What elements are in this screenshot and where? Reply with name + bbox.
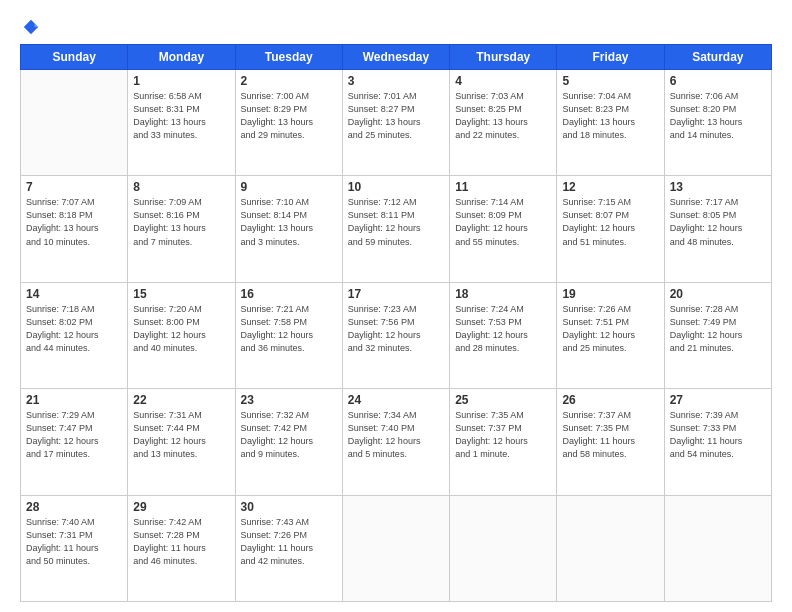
day-number: 21 [26,393,122,407]
day-number: 8 [133,180,229,194]
day-number: 18 [455,287,551,301]
calendar-cell: 13Sunrise: 7:17 AM Sunset: 8:05 PM Dayli… [664,176,771,282]
day-info: Sunrise: 7:34 AM Sunset: 7:40 PM Dayligh… [348,409,444,461]
day-info: Sunrise: 6:58 AM Sunset: 8:31 PM Dayligh… [133,90,229,142]
day-number: 9 [241,180,337,194]
calendar-cell: 14Sunrise: 7:18 AM Sunset: 8:02 PM Dayli… [21,282,128,388]
calendar-cell [342,495,449,601]
day-number: 5 [562,74,658,88]
day-number: 1 [133,74,229,88]
day-header-monday: Monday [128,45,235,70]
calendar-cell: 6Sunrise: 7:06 AM Sunset: 8:20 PM Daylig… [664,70,771,176]
week-row-3: 14Sunrise: 7:18 AM Sunset: 8:02 PM Dayli… [21,282,772,388]
day-info: Sunrise: 7:04 AM Sunset: 8:23 PM Dayligh… [562,90,658,142]
day-number: 13 [670,180,766,194]
day-number: 15 [133,287,229,301]
calendar-cell [21,70,128,176]
day-info: Sunrise: 7:12 AM Sunset: 8:11 PM Dayligh… [348,196,444,248]
day-number: 27 [670,393,766,407]
day-info: Sunrise: 7:42 AM Sunset: 7:28 PM Dayligh… [133,516,229,568]
calendar-cell: 29Sunrise: 7:42 AM Sunset: 7:28 PM Dayli… [128,495,235,601]
calendar-cell: 15Sunrise: 7:20 AM Sunset: 8:00 PM Dayli… [128,282,235,388]
day-info: Sunrise: 7:09 AM Sunset: 8:16 PM Dayligh… [133,196,229,248]
calendar-cell: 12Sunrise: 7:15 AM Sunset: 8:07 PM Dayli… [557,176,664,282]
day-number: 10 [348,180,444,194]
day-info: Sunrise: 7:40 AM Sunset: 7:31 PM Dayligh… [26,516,122,568]
calendar-cell: 5Sunrise: 7:04 AM Sunset: 8:23 PM Daylig… [557,70,664,176]
calendar-cell: 7Sunrise: 7:07 AM Sunset: 8:18 PM Daylig… [21,176,128,282]
day-info: Sunrise: 7:01 AM Sunset: 8:27 PM Dayligh… [348,90,444,142]
day-header-saturday: Saturday [664,45,771,70]
day-info: Sunrise: 7:35 AM Sunset: 7:37 PM Dayligh… [455,409,551,461]
day-header-tuesday: Tuesday [235,45,342,70]
day-number: 11 [455,180,551,194]
calendar-cell: 8Sunrise: 7:09 AM Sunset: 8:16 PM Daylig… [128,176,235,282]
week-row-1: 1Sunrise: 6:58 AM Sunset: 8:31 PM Daylig… [21,70,772,176]
day-info: Sunrise: 7:43 AM Sunset: 7:26 PM Dayligh… [241,516,337,568]
day-info: Sunrise: 7:39 AM Sunset: 7:33 PM Dayligh… [670,409,766,461]
logo [20,18,40,36]
day-number: 12 [562,180,658,194]
day-info: Sunrise: 7:06 AM Sunset: 8:20 PM Dayligh… [670,90,766,142]
page: SundayMondayTuesdayWednesdayThursdayFrid… [0,0,792,612]
day-number: 30 [241,500,337,514]
day-number: 2 [241,74,337,88]
calendar: SundayMondayTuesdayWednesdayThursdayFrid… [20,44,772,602]
day-info: Sunrise: 7:29 AM Sunset: 7:47 PM Dayligh… [26,409,122,461]
calendar-cell: 11Sunrise: 7:14 AM Sunset: 8:09 PM Dayli… [450,176,557,282]
day-number: 24 [348,393,444,407]
header-row: SundayMondayTuesdayWednesdayThursdayFrid… [21,45,772,70]
day-number: 17 [348,287,444,301]
day-number: 20 [670,287,766,301]
day-number: 7 [26,180,122,194]
day-info: Sunrise: 7:37 AM Sunset: 7:35 PM Dayligh… [562,409,658,461]
day-info: Sunrise: 7:20 AM Sunset: 8:00 PM Dayligh… [133,303,229,355]
calendar-cell: 28Sunrise: 7:40 AM Sunset: 7:31 PM Dayli… [21,495,128,601]
calendar-cell: 1Sunrise: 6:58 AM Sunset: 8:31 PM Daylig… [128,70,235,176]
calendar-cell: 20Sunrise: 7:28 AM Sunset: 7:49 PM Dayli… [664,282,771,388]
calendar-cell: 27Sunrise: 7:39 AM Sunset: 7:33 PM Dayli… [664,389,771,495]
calendar-cell: 30Sunrise: 7:43 AM Sunset: 7:26 PM Dayli… [235,495,342,601]
day-number: 29 [133,500,229,514]
day-number: 14 [26,287,122,301]
calendar-cell: 26Sunrise: 7:37 AM Sunset: 7:35 PM Dayli… [557,389,664,495]
day-header-sunday: Sunday [21,45,128,70]
calendar-cell: 17Sunrise: 7:23 AM Sunset: 7:56 PM Dayli… [342,282,449,388]
day-info: Sunrise: 7:00 AM Sunset: 8:29 PM Dayligh… [241,90,337,142]
week-row-5: 28Sunrise: 7:40 AM Sunset: 7:31 PM Dayli… [21,495,772,601]
day-number: 26 [562,393,658,407]
calendar-cell: 25Sunrise: 7:35 AM Sunset: 7:37 PM Dayli… [450,389,557,495]
day-info: Sunrise: 7:03 AM Sunset: 8:25 PM Dayligh… [455,90,551,142]
day-number: 23 [241,393,337,407]
calendar-cell: 10Sunrise: 7:12 AM Sunset: 8:11 PM Dayli… [342,176,449,282]
week-row-2: 7Sunrise: 7:07 AM Sunset: 8:18 PM Daylig… [21,176,772,282]
calendar-cell [557,495,664,601]
day-number: 4 [455,74,551,88]
day-info: Sunrise: 7:18 AM Sunset: 8:02 PM Dayligh… [26,303,122,355]
header [20,18,772,36]
day-info: Sunrise: 7:14 AM Sunset: 8:09 PM Dayligh… [455,196,551,248]
calendar-cell: 4Sunrise: 7:03 AM Sunset: 8:25 PM Daylig… [450,70,557,176]
calendar-cell [664,495,771,601]
calendar-cell: 16Sunrise: 7:21 AM Sunset: 7:58 PM Dayli… [235,282,342,388]
day-number: 28 [26,500,122,514]
day-info: Sunrise: 7:21 AM Sunset: 7:58 PM Dayligh… [241,303,337,355]
day-number: 22 [133,393,229,407]
day-number: 25 [455,393,551,407]
calendar-cell: 24Sunrise: 7:34 AM Sunset: 7:40 PM Dayli… [342,389,449,495]
day-info: Sunrise: 7:32 AM Sunset: 7:42 PM Dayligh… [241,409,337,461]
day-header-wednesday: Wednesday [342,45,449,70]
calendar-cell: 9Sunrise: 7:10 AM Sunset: 8:14 PM Daylig… [235,176,342,282]
calendar-cell: 18Sunrise: 7:24 AM Sunset: 7:53 PM Dayli… [450,282,557,388]
day-info: Sunrise: 7:10 AM Sunset: 8:14 PM Dayligh… [241,196,337,248]
day-info: Sunrise: 7:26 AM Sunset: 7:51 PM Dayligh… [562,303,658,355]
calendar-cell: 2Sunrise: 7:00 AM Sunset: 8:29 PM Daylig… [235,70,342,176]
day-info: Sunrise: 7:07 AM Sunset: 8:18 PM Dayligh… [26,196,122,248]
day-number: 19 [562,287,658,301]
calendar-cell [450,495,557,601]
day-info: Sunrise: 7:23 AM Sunset: 7:56 PM Dayligh… [348,303,444,355]
day-header-friday: Friday [557,45,664,70]
logo-icon [22,18,40,36]
day-header-thursday: Thursday [450,45,557,70]
day-info: Sunrise: 7:17 AM Sunset: 8:05 PM Dayligh… [670,196,766,248]
